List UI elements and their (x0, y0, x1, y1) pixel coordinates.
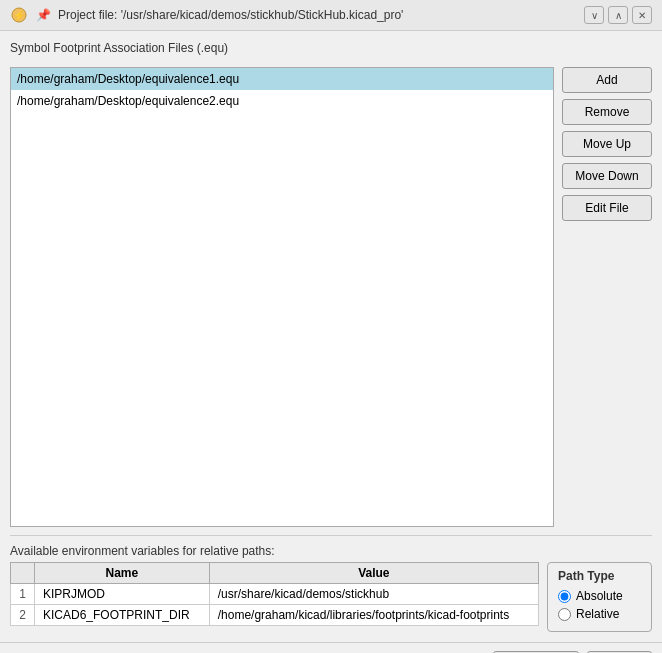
main-window: ⚡ 📌 Project file: '/usr/share/kicad/demo… (0, 0, 662, 653)
radio-absolute-label: Absolute (576, 589, 623, 603)
table-row: 1 KIPRJMOD /usr/share/kicad/demos/stickh… (11, 584, 539, 605)
title-bar: ⚡ 📌 Project file: '/usr/share/kicad/demo… (0, 0, 662, 31)
close-button[interactable]: ✕ (632, 6, 652, 24)
title-bar-controls: ∨ ∧ ✕ (584, 6, 652, 24)
col-value: Value (209, 563, 538, 584)
file-item[interactable]: /home/graham/Desktop/equivalence1.equ (11, 68, 553, 90)
maximize-button[interactable]: ∧ (608, 6, 628, 24)
title-bar-left: ⚡ 📌 Project file: '/usr/share/kicad/demo… (10, 6, 403, 24)
buttons-column: Add Remove Move Up Move Down Edit File (562, 67, 652, 527)
row-value: /usr/share/kicad/demos/stickhub (209, 584, 538, 605)
pin-icon: 📌 (34, 6, 52, 24)
env-vars-label: Available environment variables for rela… (10, 544, 652, 558)
content-area: Symbol Footprint Association Files (.equ… (0, 31, 662, 642)
minimize-button[interactable]: ∨ (584, 6, 604, 24)
file-item[interactable]: /home/graham/Desktop/equivalence2.equ (11, 90, 553, 112)
app-icon: ⚡ (10, 6, 28, 24)
file-list-container: /home/graham/Desktop/equivalence1.equ/ho… (10, 67, 554, 527)
row-index: 2 (11, 605, 35, 626)
bottom-area: Name Value 1 KIPRJMOD /usr/share/kicad/d… (10, 562, 652, 632)
move-down-button[interactable]: Move Down (562, 163, 652, 189)
window-title: Project file: '/usr/share/kicad/demos/st… (58, 8, 403, 22)
edit-file-button[interactable]: Edit File (562, 195, 652, 221)
env-table: Name Value 1 KIPRJMOD /usr/share/kicad/d… (10, 562, 539, 626)
section-label: Symbol Footprint Association Files (.equ… (10, 41, 652, 55)
move-up-button[interactable]: Move Up (562, 131, 652, 157)
radio-relative-input[interactable] (558, 608, 571, 621)
remove-button[interactable]: Remove (562, 99, 652, 125)
radio-absolute: Absolute (558, 589, 641, 603)
file-list[interactable]: /home/graham/Desktop/equivalence1.equ/ho… (10, 67, 554, 527)
row-name: KICAD6_FOOTPRINT_DIR (35, 605, 210, 626)
add-button[interactable]: Add (562, 67, 652, 93)
svg-text:⚡: ⚡ (13, 9, 26, 22)
env-vars-container: Name Value 1 KIPRJMOD /usr/share/kicad/d… (10, 562, 539, 626)
path-type-box: Path Type Absolute Relative (547, 562, 652, 632)
col-index (11, 563, 35, 584)
bottom-section: Available environment variables for rela… (10, 535, 652, 632)
row-name: KIPRJMOD (35, 584, 210, 605)
main-area: /home/graham/Desktop/equivalence1.equ/ho… (10, 67, 652, 527)
radio-relative-label: Relative (576, 607, 619, 621)
row-value: /home/graham/kicad/libraries/footprints/… (209, 605, 538, 626)
col-name: Name (35, 563, 210, 584)
table-row: 2 KICAD6_FOOTPRINT_DIR /home/graham/kica… (11, 605, 539, 626)
footer: ⊘ Cancel ✓ OK (0, 642, 662, 653)
path-type-title: Path Type (558, 569, 641, 583)
radio-relative: Relative (558, 607, 641, 621)
row-index: 1 (11, 584, 35, 605)
radio-absolute-input[interactable] (558, 590, 571, 603)
